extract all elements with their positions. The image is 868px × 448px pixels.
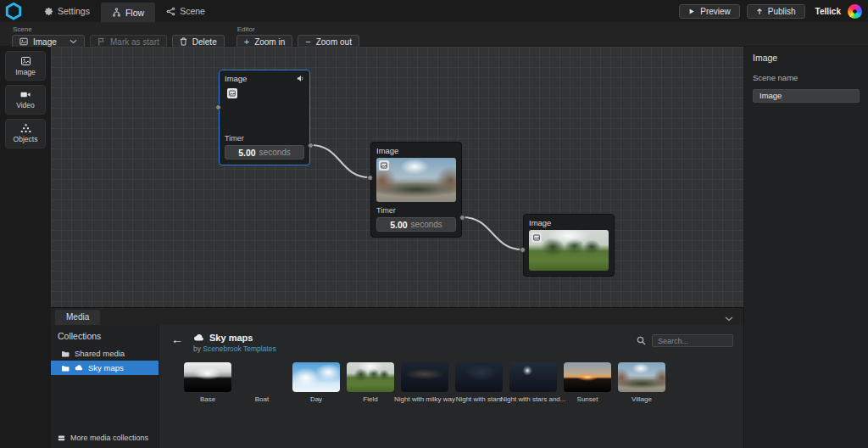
media-item-label: Night with milky way	[394, 395, 455, 403]
node-thumbnail[interactable]	[529, 230, 609, 271]
palette-objects-label: Objects	[14, 135, 38, 143]
upload-arrow-icon	[756, 8, 763, 15]
app-logo-hexagon-icon	[4, 2, 23, 20]
tab-media[interactable]: Media	[55, 310, 100, 325]
chevron-down-icon	[70, 39, 77, 44]
flow-canvas[interactable]: Image Timer 5.00 seconds	[51, 47, 743, 307]
media-item-label: Sunset	[577, 395, 598, 403]
byline-author-link[interactable]: Scenebrook Templates	[203, 344, 275, 353]
flow-node-image-3[interactable]: Image	[523, 214, 615, 277]
editor-group-label: Editor	[237, 25, 359, 33]
timer-value-box[interactable]: 5.00 seconds	[225, 145, 304, 160]
scene-group-label: Scene	[13, 25, 225, 33]
zoom-out-label: Zoom out	[316, 37, 352, 47]
publish-label: Publish	[768, 7, 796, 16]
media-item-night-stars[interactable]: Night with stars	[455, 362, 503, 403]
collections-stack-icon	[58, 434, 65, 442]
back-arrow-icon[interactable]: ←	[171, 333, 183, 345]
palette-image-label: Image	[15, 68, 36, 76]
media-item-day[interactable]: Day	[292, 362, 340, 403]
timer-unit: seconds	[259, 148, 291, 157]
collection-item-shared-media[interactable]: Shared media	[51, 346, 159, 361]
collections-sidebar: Collections Shared media Sky maps	[51, 325, 159, 448]
delete-label: Delete	[192, 37, 217, 47]
media-thumbnail[interactable]	[455, 362, 503, 392]
media-item-village[interactable]: Village	[618, 362, 665, 403]
preview-label: Preview	[700, 7, 731, 16]
library-byline: by Scenebrook Templates	[193, 344, 276, 353]
image-icon	[19, 37, 28, 46]
timer-value-box[interactable]: 5.00 seconds	[376, 217, 456, 232]
mark-as-start-label: Mark as start	[110, 37, 159, 47]
palette-image-button[interactable]: Image	[5, 51, 46, 81]
library-title: Sky maps	[209, 333, 253, 343]
media-thumbnail[interactable]	[347, 362, 394, 392]
flow-node-image-2[interactable]: Image Timer 5.00 seconds	[370, 142, 462, 238]
collection-item-sky-maps[interactable]: Sky maps	[51, 361, 159, 375]
gear-icon	[44, 7, 53, 16]
byline-prefix: by	[193, 344, 201, 353]
top-bar-right: Preview Publish Tellick	[679, 4, 868, 19]
node-thumbnail[interactable]	[225, 86, 304, 130]
media-thumbnail[interactable]	[618, 362, 665, 392]
media-item-label: Village	[632, 395, 652, 403]
collection-label: Shared media	[75, 349, 125, 358]
more-media-collections-link[interactable]: More media collections	[51, 428, 159, 448]
media-item-night-stars-and[interactable]: Night with stars and...	[509, 362, 557, 403]
media-library: ← Sky maps by Scenebrook Templates	[159, 325, 743, 448]
tab-flow[interactable]: Flow	[101, 3, 155, 22]
tab-settings-label: Settings	[58, 6, 90, 16]
node-thumbnail[interactable]	[376, 158, 456, 202]
preview-button[interactable]: Preview	[679, 4, 740, 19]
collapse-panel-chevron-icon[interactable]	[725, 316, 733, 325]
search-icon	[637, 336, 646, 345]
node-title: Image	[529, 218, 551, 227]
media-item-sunset[interactable]: Sunset	[564, 362, 611, 403]
inspector-title: Image	[753, 53, 860, 63]
timer-unit: seconds	[411, 220, 442, 229]
more-media-collections-label: More media collections	[70, 434, 148, 442]
input-port[interactable]	[215, 104, 221, 110]
search-input[interactable]	[652, 334, 733, 347]
tab-settings[interactable]: Settings	[33, 0, 101, 22]
plus-icon: +	[244, 37, 249, 47]
top-bar: Settings Flow Scene Preview Publish Tell…	[0, 0, 868, 22]
media-thumbnail[interactable]	[292, 362, 340, 392]
image-badge-icon	[379, 160, 389, 171]
media-thumbnail[interactable]	[238, 362, 286, 392]
timer-value: 5.00	[390, 220, 407, 230]
media-thumbnail[interactable]	[401, 362, 448, 392]
media-panel-header: Media	[51, 308, 743, 325]
media-thumbnail[interactable]	[509, 362, 557, 392]
output-port[interactable]	[308, 143, 314, 148]
scene-name-input[interactable]	[753, 89, 860, 103]
publish-button[interactable]: Publish	[747, 4, 805, 19]
tab-flow-label: Flow	[125, 8, 144, 18]
media-thumbnail[interactable]	[184, 362, 231, 392]
main-tabs: Settings Flow Scene	[33, 0, 216, 22]
brand-pinwheel-logo-icon[interactable]	[848, 4, 862, 19]
media-item-base[interactable]: Base	[184, 362, 231, 403]
brand-name: Tellick	[815, 7, 841, 16]
palette-objects-button[interactable]: Objects	[5, 119, 46, 148]
image-badge-icon	[227, 88, 237, 98]
video-icon	[19, 90, 31, 99]
media-item-night-milky-way[interactable]: Night with milky way	[401, 362, 448, 403]
media-item-boat[interactable]: Boat	[238, 362, 286, 403]
objects-icon	[20, 124, 31, 133]
flag-icon	[97, 37, 105, 46]
tab-scene[interactable]: Scene	[155, 0, 216, 22]
media-item-field[interactable]: Field	[347, 362, 394, 403]
media-panel: Media Collections Shared media Sky m	[51, 307, 743, 448]
image-icon	[20, 56, 31, 66]
flow-node-image-1[interactable]: Image Timer 5.00 seconds	[219, 70, 310, 165]
palette-video-button[interactable]: Video	[5, 85, 46, 115]
timer-value: 5.00	[238, 148, 255, 158]
node-title: Image	[225, 74, 247, 83]
image-badge-icon	[531, 232, 542, 243]
folder-icon	[61, 350, 70, 357]
input-port[interactable]	[367, 175, 373, 181]
input-port[interactable]	[520, 247, 526, 253]
output-port[interactable]	[459, 215, 465, 221]
media-thumbnail[interactable]	[564, 362, 611, 392]
